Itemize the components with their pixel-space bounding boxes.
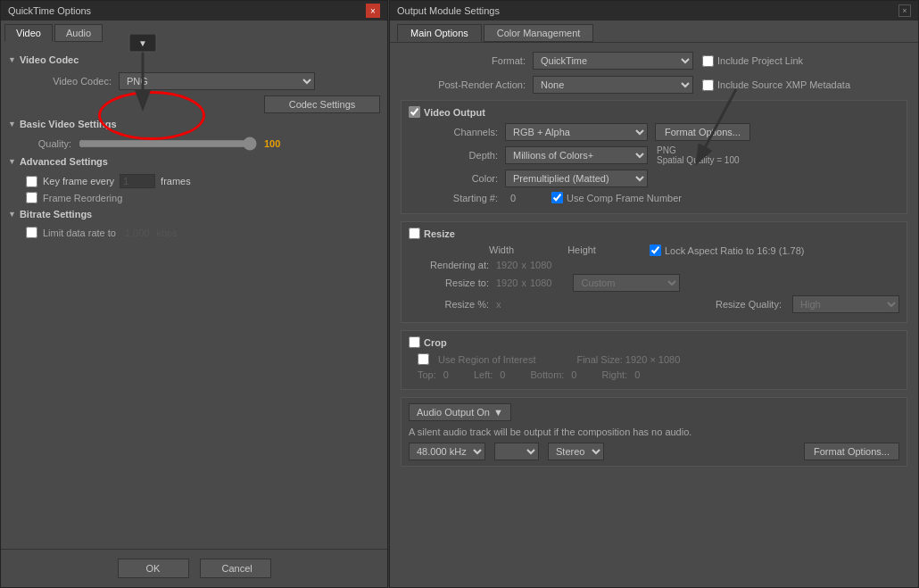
format-options-button[interactable]: Format Options...	[655, 123, 750, 141]
basic-video-title: Basic Video Settings	[20, 119, 117, 129]
audio-output-label: Audio Output On	[417, 407, 490, 418]
video-codec-row: Video Codec: PNG	[8, 72, 380, 90]
bitrate-checkbox[interactable]	[26, 227, 37, 238]
crop-left-label: Left:	[474, 369, 493, 380]
tab-main-options[interactable]: Main Options	[397, 24, 482, 42]
channels-select[interactable]: RGB + Alpha	[505, 123, 648, 141]
video-output-section: Video Output Channels: RGB + Alpha Forma…	[401, 100, 907, 214]
tab-video[interactable]: Video	[4, 24, 53, 42]
audio-output-button[interactable]: Audio Output On ▼	[409, 403, 511, 421]
rendering-at-label: Rendering at:	[418, 260, 489, 270]
resize-quality-select[interactable]: High	[792, 295, 899, 313]
format-row: Format: QuickTime Include Project Link	[401, 52, 907, 70]
resize-to-select[interactable]: Custom	[573, 274, 680, 292]
use-comp-frame-label: Use Comp Frame Number	[567, 193, 682, 203]
crop-section-header: Crop	[409, 336, 899, 348]
resize-to-width: 1920	[496, 277, 517, 288]
cancel-button[interactable]: Cancel	[200, 559, 271, 578]
depth-select[interactable]: Millions of Colors+	[505, 146, 648, 164]
include-project-link-checkbox[interactable]	[702, 55, 714, 67]
frame-reordering-label: Frame Reordering	[43, 193, 122, 203]
advanced-settings-triangle: ▼	[8, 157, 16, 166]
png-info: PNG Spatial Quality = 100	[657, 145, 740, 165]
resize-headers: Width Height Lock Aspect Ratio to 16:9 (…	[409, 244, 899, 256]
depth-label: Depth:	[418, 150, 498, 161]
resize-to-x: x	[521, 277, 526, 288]
quality-slider[interactable]	[79, 137, 257, 151]
keyframe-checkbox[interactable]	[26, 176, 37, 187]
tab-color-management[interactable]: Color Management	[484, 24, 594, 42]
use-roi-label: Use Region of Interest	[438, 354, 535, 365]
resize-to-height: 1080	[530, 277, 551, 288]
lock-aspect-checkbox[interactable]	[650, 244, 661, 256]
qt-main-content: ▼ Video Codec Video Codec: PNG Codec Set…	[1, 42, 387, 549]
starting-value: 0	[510, 193, 528, 203]
png-info-line1: PNG	[657, 145, 740, 155]
use-comp-frame-checkbox[interactable]	[551, 192, 563, 203]
crop-left-value: 0	[500, 369, 505, 380]
audio-header: Audio Output On ▼	[409, 403, 899, 421]
audio-dropdown-icon: ▼	[493, 407, 503, 418]
qt-titlebar: QuickTime Options ×	[1, 1, 387, 21]
rendering-at-row: Rendering at: 1920 x 1080	[409, 260, 899, 270]
starting-row: Starting #: 0 Use Comp Frame Number	[409, 192, 899, 203]
oms-main-content: Format: QuickTime Include Project Link P…	[390, 43, 918, 587]
resize-pct-row: Resize %: x Resize Quality: High	[409, 295, 899, 313]
color-label: Color:	[418, 173, 498, 184]
advanced-settings-title: Advanced Settings	[20, 156, 108, 167]
ok-button[interactable]: OK	[118, 559, 189, 578]
qt-tabs: Video Audio	[1, 21, 387, 42]
video-codec-select[interactable]: PNG	[119, 72, 315, 90]
keyframe-label: Key frame every	[43, 176, 114, 186]
video-output-checkbox[interactable]	[409, 106, 420, 118]
audio-format-select[interactable]	[494, 443, 539, 460]
oms-dialog: Output Module Settings × Main Options Co…	[389, 0, 919, 588]
quality-value: 100	[264, 138, 280, 149]
bitrate-section-header: ▼ Bitrate Settings	[8, 209, 380, 219]
audio-format-options-button[interactable]: Format Options...	[804, 443, 899, 460]
channels-row: Channels: RGB + Alpha Format Options...	[409, 123, 899, 141]
audio-stereo-select[interactable]: Stereo	[548, 443, 604, 460]
resize-section-header: Resize	[409, 228, 899, 239]
height-header: Height	[567, 244, 596, 256]
audio-hz-select[interactable]: 48.000 kHz	[409, 443, 485, 460]
crop-bottom-value: 0	[571, 369, 576, 380]
crop-values-row: Top: 0 Left: 0 Bottom: 0 Right: 0	[409, 369, 899, 380]
keyframe-input[interactable]	[120, 174, 155, 188]
audio-info-text: A silent audio track will be output if t…	[409, 427, 899, 437]
resize-checkbox[interactable]	[409, 228, 420, 239]
starting-label: Starting #:	[418, 193, 498, 203]
lock-aspect-label: Lock Aspect Ratio to 16:9 (1.78)	[665, 245, 805, 256]
codec-settings-row: Codec Settings	[8, 95, 380, 113]
include-source-xmp-label: Include Source XMP Metadata	[717, 79, 850, 90]
video-codec-triangle: ▼	[8, 55, 16, 64]
bitrate-limit-label: Limit data rate to	[43, 228, 116, 238]
resize-pct-x: x	[496, 299, 501, 310]
rendering-height: 1080	[530, 260, 551, 270]
quality-row: Quality: 100	[8, 137, 380, 151]
color-row: Color: Premultiplied (Matted)	[409, 170, 899, 187]
keyframe-suffix: frames	[161, 176, 191, 186]
qt-close-button[interactable]: ×	[366, 4, 380, 18]
tab-audio[interactable]: Audio	[54, 24, 103, 42]
format-select[interactable]: QuickTime	[533, 52, 693, 70]
quality-label: Quality:	[22, 138, 71, 149]
rendering-width: 1920	[496, 260, 517, 270]
crop-checkbox[interactable]	[409, 336, 420, 348]
crop-top-label: Top:	[418, 369, 436, 380]
bitrate-value: 1,000	[125, 228, 150, 238]
use-roi-checkbox[interactable]	[418, 353, 429, 365]
codec-settings-button[interactable]: Codec Settings	[264, 95, 380, 113]
video-codec-section-header: ▼ Video Codec	[8, 54, 380, 65]
color-select[interactable]: Premultiplied (Matted)	[505, 170, 648, 187]
resize-section: Resize Width Height Lock Aspect Ratio to…	[401, 221, 907, 323]
frame-reordering-checkbox[interactable]	[26, 192, 37, 203]
resize-to-label: Resize to:	[418, 277, 489, 288]
include-source-xmp-checkbox[interactable]	[702, 79, 714, 91]
frame-reordering-row: Frame Reordering	[8, 192, 380, 203]
include-project-link-label: Include Project Link	[717, 55, 803, 66]
post-render-select[interactable]: None	[533, 76, 693, 94]
depth-row: Depth: Millions of Colors+ PNG Spatial Q…	[409, 145, 899, 165]
oms-close-button[interactable]: ×	[898, 4, 911, 17]
basic-video-section-header: ▼ Basic Video Settings	[8, 119, 380, 129]
